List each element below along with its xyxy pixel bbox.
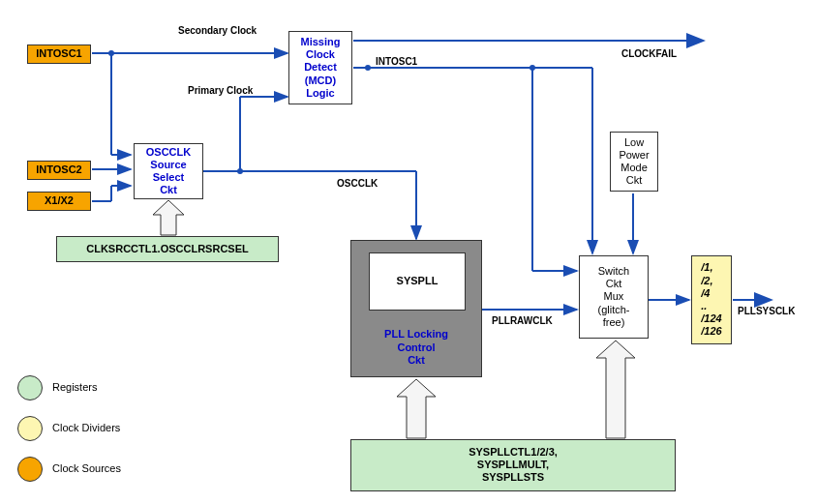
source-intosc1: INTOSC1 xyxy=(27,44,91,64)
source-x1x2: X1/X2 xyxy=(27,192,91,211)
label-oscclk-signal: OSCCLK xyxy=(337,178,378,189)
legend-dot-sources xyxy=(17,457,43,482)
mcd-logic: Missing Clock Detect (MCD) Logic xyxy=(288,31,352,104)
clock-divider: /1, /2, /4 .. /124 /126 xyxy=(691,255,732,344)
register-syspll: SYSPLLCTL1/2/3, SYSPLLMULT, SYSPLLSTS xyxy=(350,439,676,491)
switch-mux: Switch Ckt Mux (glitch- free) xyxy=(579,255,649,339)
low-power-mode: Low Power Mode Ckt xyxy=(610,132,658,192)
legend-text-sources: Clock Sources xyxy=(52,462,121,474)
pll-container: SYSPLL PLL Locking Control Ckt xyxy=(350,240,482,377)
svg-point-10 xyxy=(237,168,243,174)
label-pllsysclk: PLLSYSCLK xyxy=(738,306,795,316)
oscclk-source-select: OSCCLK Source Select Ckt xyxy=(134,143,203,199)
label-clockfail: CLOCKFAIL xyxy=(621,48,677,59)
label-intosc1-signal: INTOSC1 xyxy=(376,56,417,67)
legend-text-registers: Registers xyxy=(52,381,97,393)
label-secondary-clock: Secondary Clock xyxy=(178,25,257,36)
source-intosc2: INTOSC2 xyxy=(27,161,91,180)
legend-dot-dividers xyxy=(17,416,43,441)
legend-text-dividers: Clock Dividers xyxy=(52,422,120,433)
register-clksrcctl: CLKSRCCTL1.OSCCLRSRCSEL xyxy=(56,236,279,262)
syspll-block: SYSPLL xyxy=(369,252,466,311)
pll-locking-label: PLL Locking Control Ckt xyxy=(351,328,481,367)
svg-point-19 xyxy=(530,65,535,71)
label-pllrawclk: PLLRAWCLK xyxy=(492,315,553,326)
legend-dot-registers xyxy=(17,375,43,400)
label-primary-clock: Primary Clock xyxy=(188,85,253,96)
svg-point-16 xyxy=(365,65,371,71)
svg-point-1 xyxy=(108,50,114,56)
